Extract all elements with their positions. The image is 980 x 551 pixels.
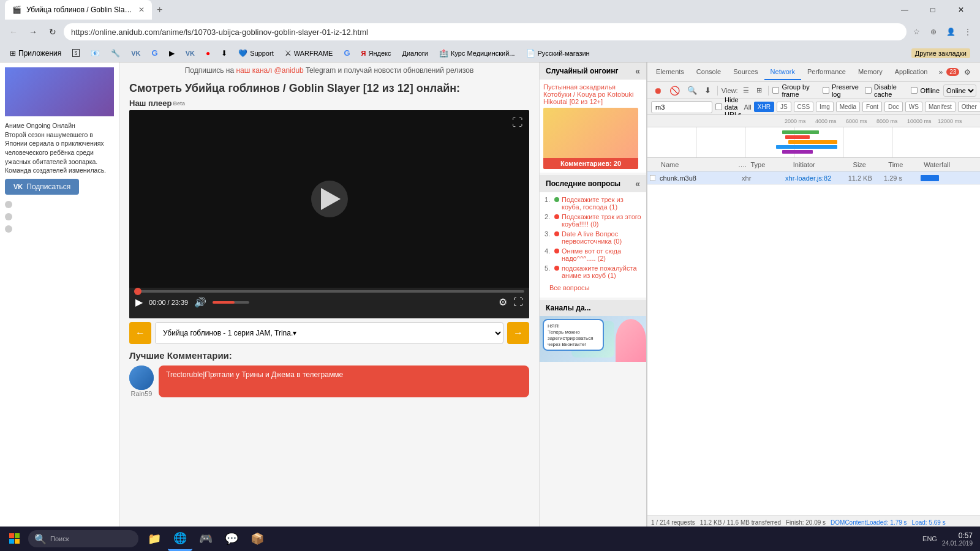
view-grid-btn[interactable]: ⊞ bbox=[754, 85, 764, 96]
vk-subscribe-button[interactable]: VK Подписаться bbox=[5, 179, 79, 195]
status-dom-content-link[interactable]: DOMContentLoaded: 1.79 s bbox=[831, 519, 907, 526]
url-input[interactable] bbox=[64, 23, 907, 40]
q-text-5[interactable]: подскажите пожалуйста аниме из коуб (1) bbox=[562, 264, 641, 279]
filter-button[interactable]: 🔍 bbox=[685, 84, 699, 96]
col-waterfall[interactable]: Waterfall bbox=[920, 161, 980, 168]
profile-icon[interactable]: 👤 bbox=[943, 24, 958, 39]
table-row[interactable]: chunk.m3u8 xhr xhr-loader.js:82 11.2 KB … bbox=[647, 171, 980, 185]
maximize-button[interactable]: □ bbox=[919, 0, 947, 20]
bm-g[interactable]: G bbox=[147, 47, 163, 59]
devtools-tab-application[interactable]: Application bbox=[889, 64, 934, 80]
bm-warframe[interactable]: ⚔WARFRAME bbox=[280, 47, 338, 59]
forward-button[interactable]: → bbox=[24, 23, 42, 40]
bm-ya[interactable]: ЯЯндекс bbox=[356, 48, 396, 59]
bm-yt[interactable]: ▶ bbox=[164, 47, 179, 59]
next-episode-button[interactable]: → bbox=[507, 322, 529, 344]
bm-g2[interactable]: G bbox=[339, 47, 355, 59]
progress-track[interactable] bbox=[134, 290, 524, 293]
clear-button[interactable]: 🚫 bbox=[667, 84, 682, 97]
filter-doc-btn[interactable]: Doc bbox=[884, 102, 903, 112]
progress-thumb[interactable] bbox=[134, 288, 141, 295]
group-by-frame-checkbox[interactable] bbox=[772, 87, 779, 94]
filter-all-label[interactable]: All bbox=[744, 103, 752, 111]
bm-other[interactable]: Другие закладки bbox=[907, 47, 975, 60]
tab-close-btn[interactable]: ✕ bbox=[138, 6, 145, 14]
taskbar-search[interactable]: 🔍 Поиск bbox=[28, 530, 138, 547]
disable-cache-label[interactable]: Disable cache bbox=[864, 83, 908, 98]
status-load-link[interactable]: Load: 5.69 s bbox=[912, 519, 946, 526]
back-button[interactable]: ← bbox=[5, 23, 22, 40]
play-pause-btn[interactable]: ▶ bbox=[134, 295, 144, 309]
channel-banner[interactable]: НЯЯ! Теперь можно зарегистрироваться чер… bbox=[540, 316, 646, 362]
group-by-frame-label[interactable]: Group by frame bbox=[772, 83, 819, 98]
filter-css-btn[interactable]: CSS bbox=[794, 102, 814, 112]
bm-red[interactable]: ● bbox=[201, 47, 215, 59]
q-text-1[interactable]: Подскажите трек из коуба, господа (1) bbox=[562, 196, 641, 211]
network-search-input[interactable] bbox=[651, 101, 712, 113]
preserve-log-label[interactable]: Preserve log bbox=[822, 83, 862, 98]
filter-font-btn[interactable]: Font bbox=[862, 102, 882, 112]
devtools-tabs-more[interactable]: » bbox=[935, 66, 946, 79]
taskbar-lang[interactable]: ENG bbox=[920, 534, 940, 544]
filter-other-btn[interactable]: Other bbox=[958, 102, 980, 112]
random-anime-thumbnail[interactable]: Комментариев: 20 bbox=[543, 108, 638, 169]
all-questions-link[interactable]: Все вопросы bbox=[545, 282, 641, 294]
fullscreen-btn[interactable]: ⛶ bbox=[512, 296, 524, 309]
offline-label[interactable]: Offline bbox=[910, 86, 940, 94]
taskbar-discord[interactable]: 💬 bbox=[219, 527, 244, 551]
hide-data-urls-checkbox[interactable] bbox=[715, 103, 722, 110]
row-checkbox[interactable] bbox=[649, 175, 655, 181]
episode-select-dropdown[interactable]: Убийца гоблинов - 1 серия JAM, Trina.▾ bbox=[155, 322, 503, 344]
bm-m[interactable]: 📧 bbox=[86, 47, 105, 59]
video-screen[interactable] bbox=[129, 110, 529, 288]
q-text-2[interactable]: Подскажите трэк из этого коуба!!!!! (0) bbox=[562, 213, 641, 228]
subscribe-channel-link[interactable]: наш канал @anidub bbox=[236, 66, 303, 75]
devtools-tab-sources[interactable]: Sources bbox=[727, 64, 764, 80]
filter-media-btn[interactable]: Media bbox=[836, 102, 860, 112]
import-button[interactable]: ⬇ bbox=[702, 84, 714, 96]
devtools-more-btn[interactable]: ⋮ bbox=[976, 67, 980, 78]
extensions-icon[interactable]: ⊕ bbox=[926, 24, 941, 39]
record-button[interactable]: ⏺ bbox=[651, 84, 665, 97]
offline-checkbox[interactable] bbox=[911, 87, 918, 94]
settings-btn[interactable]: ⚙ bbox=[497, 295, 508, 309]
menu-icon[interactable]: ⋮ bbox=[960, 24, 975, 39]
bookmarks-apps[interactable]: ⊞ Приложения bbox=[5, 47, 66, 59]
bm-tool[interactable]: 🔧 bbox=[106, 47, 125, 59]
col-time[interactable]: Time bbox=[884, 161, 920, 168]
bm-dl[interactable]: ⬇ bbox=[216, 47, 232, 59]
minimize-button[interactable]: — bbox=[891, 0, 919, 20]
q-text-4[interactable]: Оняме вот от сюда надо^^^..... (2) bbox=[562, 247, 641, 262]
start-button[interactable] bbox=[2, 527, 27, 551]
bm-vk2[interactable]: VK bbox=[181, 48, 200, 59]
bm-mag[interactable]: 📄Русский-магазин bbox=[521, 47, 595, 59]
devtools-settings-btn[interactable]: ⚙ bbox=[962, 67, 973, 78]
active-tab[interactable]: 🎬 Убийца гоблинов / Goblin Slayer... ✕ bbox=[5, 0, 152, 20]
new-tab-button[interactable]: + bbox=[154, 2, 165, 18]
row-initiator[interactable]: xhr-loader.js:82 bbox=[783, 174, 846, 182]
bm-vk1[interactable]: VK bbox=[126, 48, 145, 59]
filter-manifest-btn[interactable]: Manifest bbox=[925, 102, 956, 112]
col-initiator[interactable]: Initiator bbox=[790, 161, 850, 168]
disable-cache-checkbox[interactable] bbox=[865, 87, 872, 94]
devtools-tab-network[interactable]: Network bbox=[764, 64, 801, 80]
questions-collapse-icon[interactable]: « bbox=[635, 179, 640, 189]
volume-btn[interactable]: 🔊 bbox=[193, 295, 208, 309]
refresh-button[interactable]: ↻ bbox=[44, 23, 61, 40]
col-name[interactable]: Name bbox=[657, 161, 734, 168]
play-button[interactable] bbox=[311, 181, 348, 217]
fullscreen-icon[interactable]: ⛶ bbox=[512, 116, 523, 129]
taskbar-chrome[interactable]: 🌐 bbox=[168, 527, 192, 551]
taskbar-steam[interactable]: 🎮 bbox=[194, 527, 218, 551]
view-list-btn[interactable]: ☰ bbox=[741, 85, 752, 96]
bm-s[interactable]: 🅂 bbox=[67, 47, 85, 59]
col-type[interactable]: Type bbox=[747, 161, 789, 168]
bookmark-icon[interactable]: ☆ bbox=[909, 24, 924, 39]
taskbar-explorer[interactable]: 📁 bbox=[142, 527, 167, 551]
filter-img-btn[interactable]: Img bbox=[816, 102, 834, 112]
preserve-log-checkbox[interactable] bbox=[823, 87, 829, 94]
bm-dialogi[interactable]: Диалоги bbox=[397, 48, 433, 59]
col-size[interactable]: Size bbox=[850, 161, 885, 168]
filter-js-btn[interactable]: JS bbox=[777, 102, 791, 112]
devtools-tab-console[interactable]: Console bbox=[690, 64, 727, 80]
